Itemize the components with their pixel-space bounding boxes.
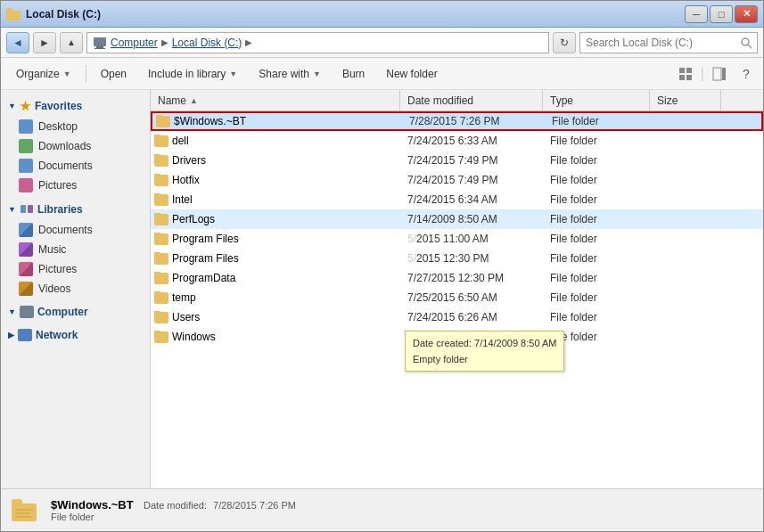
sidebar-item-lib-pictures[interactable]: Pictures	[1, 259, 150, 279]
column-header-type[interactable]: Type	[543, 90, 650, 110]
file-date-7: 5/2015 12:30 PM	[400, 252, 543, 265]
svg-line-6	[748, 45, 752, 48]
forward-button[interactable]: ►	[33, 32, 56, 53]
new-folder-button[interactable]: New folder	[376, 61, 447, 86]
address-path[interactable]: Computer ▶ Local Disk (C:) ▶	[86, 32, 549, 53]
path-computer[interactable]: Computer	[111, 37, 158, 49]
file-row-program-files-1[interactable]: Program Files 5/2015 11:00 AM File folde…	[151, 229, 763, 249]
folder-icon-5	[154, 214, 168, 225]
file-row-temp[interactable]: temp 7/25/2015 6:50 AM File folder	[151, 288, 763, 307]
help-button[interactable]: ?	[735, 62, 758, 86]
folder-icon-4	[154, 194, 168, 206]
title-bar-controls: ─ □ ✕	[685, 5, 758, 23]
libraries-header[interactable]: ▼ Libraries	[1, 199, 150, 220]
svg-rect-11	[713, 68, 721, 80]
sidebar-item-lib-videos[interactable]: Videos	[1, 279, 150, 299]
downloads-icon	[19, 139, 33, 153]
file-type-1: File folder	[543, 135, 650, 147]
preview-pane-button[interactable]	[708, 62, 731, 86]
status-type: File folder	[51, 512, 296, 522]
close-button[interactable]: ✕	[735, 5, 758, 23]
svg-rect-10	[686, 75, 692, 80]
file-row-program-files-2[interactable]: Program Files 5/2015 12:30 PM File folde…	[151, 249, 763, 268]
column-header-name[interactable]: Name ▲	[151, 90, 400, 110]
path-disk[interactable]: Local Disk (C:)	[172, 37, 242, 49]
sidebar-item-lib-music[interactable]: Music	[1, 240, 150, 259]
favorites-header[interactable]: ▼ ★ Favorites	[1, 95, 150, 117]
computer-header[interactable]: ▼ Computer	[1, 302, 150, 322]
favorites-section: ▼ ★ Favorites Desktop Downloads Document…	[1, 95, 150, 195]
file-row-hotfix[interactable]: Hotfix 7/24/2015 7:49 PM File folder	[151, 170, 763, 190]
file-type-7: File folder	[543, 252, 650, 265]
file-row-intel[interactable]: Intel 7/24/2015 6:34 AM File folder	[151, 190, 763, 209]
folder-icon-8	[154, 273, 168, 284]
file-date-2: 7/24/2015 7:49 PM	[400, 154, 543, 167]
open-button[interactable]: Open	[91, 61, 136, 86]
minimize-button[interactable]: ─	[685, 5, 708, 23]
file-row-perflogs[interactable]: PerfLogs 7/14/2009 8:50 AM File folder	[151, 209, 763, 229]
sidebar-item-downloads[interactable]: Downloads	[1, 136, 150, 156]
file-row-programdata[interactable]: ProgramData 7/27/2015 12:30 PM File fold…	[151, 268, 763, 288]
file-type-5: File folder	[543, 213, 650, 225]
lib-docs-icon	[19, 223, 33, 237]
include-in-library-button[interactable]: Include in library ▼	[138, 61, 247, 86]
lib-vids-icon	[19, 282, 33, 296]
share-with-button[interactable]: Share with ▼	[249, 61, 331, 86]
window-title: Local Disk (C:)	[26, 8, 101, 20]
lib-pics-icon	[19, 262, 33, 276]
up-button[interactable]: ▲	[60, 32, 83, 53]
sidebar-item-pictures[interactable]: Pictures	[1, 176, 150, 195]
folder-icon-9	[154, 292, 168, 304]
file-name-program-files-2: Program Files	[151, 252, 400, 265]
main-window: Local Disk (C:) ─ □ ✕ ◄ ► ▲ Computer ▶ L…	[0, 0, 764, 532]
file-date-3: 7/24/2015 7:49 PM	[400, 174, 543, 186]
file-row-users[interactable]: Users 7/24/2015 6:26 AM File folder	[151, 307, 763, 327]
file-name-perflogs: PerfLogs	[151, 213, 400, 225]
maximize-button[interactable]: □	[710, 5, 733, 23]
burn-button[interactable]: Burn	[333, 61, 374, 86]
libraries-icon	[20, 202, 34, 217]
file-row-windows-bt[interactable]: $Windows.~BT 7/28/2015 7:26 PM File fold…	[151, 111, 763, 131]
lib-music-icon	[19, 242, 33, 257]
network-header[interactable]: ▶ Network	[1, 325, 150, 345]
status-filename: $Windows.~BT	[51, 498, 134, 512]
file-name-programdata: ProgramData	[151, 272, 400, 284]
sidebar-item-desktop[interactable]: Desktop	[1, 117, 150, 136]
file-row-dell[interactable]: dell 7/24/2015 6:33 AM File folder	[151, 131, 763, 151]
svg-rect-3	[96, 46, 103, 48]
content-area: Name ▲ Date modified Type Size	[151, 90, 763, 488]
column-header-date[interactable]: Date modified	[400, 90, 543, 110]
refresh-button[interactable]: ↻	[553, 32, 576, 53]
status-bar: $Windows.~BT Date modified: 7/28/2015 7:…	[1, 488, 763, 531]
include-arrow-icon: ▼	[229, 70, 237, 78]
sidebar-item-documents[interactable]: Documents	[1, 156, 150, 176]
search-input[interactable]	[586, 37, 736, 49]
folder-icon-11	[154, 331, 168, 343]
file-row-drivers[interactable]: Drivers 7/24/2015 7:49 PM File folder	[151, 151, 763, 170]
organize-button[interactable]: Organize ▼	[6, 61, 81, 86]
views-button[interactable]	[674, 62, 697, 86]
libraries-section: ▼ Libraries Documents Music	[1, 199, 150, 299]
file-type-2: File folder	[543, 154, 650, 167]
share-arrow-icon: ▼	[313, 70, 321, 78]
name-sort-icon: ▲	[190, 96, 198, 105]
search-box[interactable]	[579, 32, 758, 53]
libraries-arrow-icon: ▼	[8, 205, 16, 214]
file-name-dell: dell	[151, 135, 400, 147]
svg-rect-16	[12, 499, 22, 506]
title-bar: Local Disk (C:) ─ □ ✕	[1, 1, 763, 28]
file-row-windows[interactable]: Windows 7/26/2015 9:08 AM File folder	[151, 327, 763, 347]
status-info: $Windows.~BT Date modified: 7/28/2015 7:…	[51, 498, 296, 522]
computer-section: ▼ Computer	[1, 302, 150, 322]
file-date-6: 5/2015 11:00 AM	[400, 233, 543, 245]
main-area: ▼ ★ Favorites Desktop Downloads Document…	[1, 90, 763, 488]
address-bar: ◄ ► ▲ Computer ▶ Local Disk (C:) ▶ ↻	[1, 28, 763, 58]
title-bar-left: Local Disk (C:)	[6, 7, 101, 21]
sidebar-item-lib-documents[interactable]: Documents	[1, 220, 150, 240]
back-button[interactable]: ◄	[6, 32, 29, 53]
column-header-size[interactable]: Size	[650, 90, 721, 110]
svg-rect-7	[679, 68, 685, 73]
svg-rect-1	[6, 8, 12, 12]
computer-address-icon	[93, 36, 107, 50]
file-type-6: File folder	[543, 233, 650, 245]
